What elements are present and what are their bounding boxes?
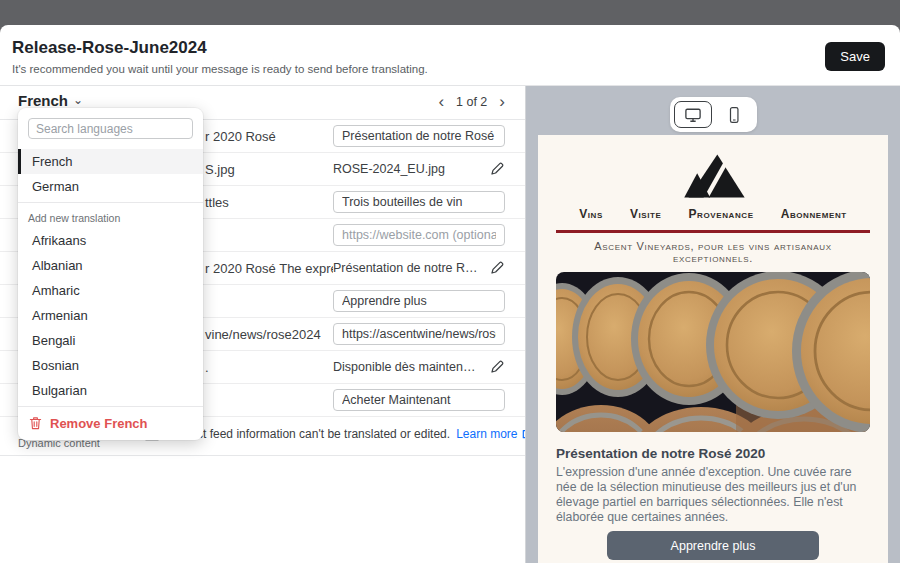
chevron-down-icon: ⌄: [73, 93, 83, 107]
preview-panel: Vins Visite Provenance Abonnement Ascent…: [525, 86, 900, 563]
device-toggle: [670, 97, 757, 132]
search-input[interactable]: [28, 118, 193, 139]
preview-body-text: L'expression d'une année d'exception. Un…: [556, 465, 870, 525]
preview-cta-button[interactable]: Apprendre plus: [607, 531, 819, 560]
wine-barrels-image: [556, 272, 870, 432]
translation-sheet: Release-Rose-June2024 It's recommended y…: [0, 25, 900, 563]
translation-text: Présentation de notre Rosé 2020 L'...: [333, 261, 481, 275]
divider: [18, 406, 203, 407]
translation-text: Disponible dès maintenant...: [333, 360, 481, 374]
top-window-bar: [0, 0, 900, 25]
language-item-bengali[interactable]: Bengali: [18, 328, 203, 353]
translation-input[interactable]: [333, 125, 505, 147]
translation-input[interactable]: [333, 389, 505, 411]
preview-nav: Vins Visite Provenance Abonnement: [556, 207, 870, 221]
language-item-bosnian[interactable]: Bosnian: [18, 353, 203, 378]
mobile-icon: [727, 106, 741, 124]
nav-item-vins[interactable]: Vins: [579, 207, 603, 221]
trash-icon: [29, 416, 42, 430]
nav-item-visite[interactable]: Visite: [630, 207, 662, 221]
language-item-albanian[interactable]: Albanian: [18, 253, 203, 278]
email-preview-card: Vins Visite Provenance Abonnement Ascent…: [538, 135, 888, 563]
remove-french-button[interactable]: Remove French: [18, 410, 203, 436]
translation-input[interactable]: [333, 290, 505, 312]
nav-item-provenance[interactable]: Provenance: [689, 207, 754, 221]
language-item-armenian[interactable]: Armenian: [18, 303, 203, 328]
desktop-icon: [684, 107, 702, 123]
language-item-bulgarian[interactable]: Bulgarian: [18, 378, 203, 403]
page-next-button[interactable]: ›: [499, 93, 505, 111]
translation-url-input[interactable]: [333, 323, 505, 345]
learn-more-link[interactable]: Learn more: [456, 427, 532, 441]
page-header: Release-Rose-June2024 It's recommended y…: [0, 25, 900, 85]
mobile-view-button[interactable]: [715, 101, 753, 128]
current-language-label: French: [18, 92, 68, 109]
translation-text: ROSE-2024_EU.jpg: [333, 162, 481, 176]
language-item-french[interactable]: French: [18, 149, 203, 174]
pagination: ‹ 1 of 2 ›: [438, 93, 505, 111]
product-feed-warning: Product feed information can't be transl…: [145, 427, 533, 441]
page-subtitle: It's recommended you wait until your mes…: [12, 63, 428, 75]
page-indicator: 1 of 2: [456, 95, 487, 109]
main-content: French ⌄ ‹ 1 of 2 › r 2020 Rosé S.jpg: [0, 85, 900, 563]
divider: [18, 202, 203, 203]
edit-pencil-icon[interactable]: [489, 260, 505, 276]
page-title: Release-Rose-June2024: [12, 38, 207, 58]
edit-pencil-icon[interactable]: [489, 161, 505, 177]
add-new-translation-label: Add new translation: [18, 206, 203, 228]
desktop-view-button[interactable]: [674, 101, 712, 128]
save-button[interactable]: Save: [825, 42, 885, 71]
edit-pencil-icon[interactable]: [489, 359, 505, 375]
translation-input[interactable]: [333, 191, 505, 213]
brand-tagline: Ascent Vineyards, pour les vins artisana…: [556, 240, 870, 264]
language-dropdown-button[interactable]: French ⌄: [18, 92, 83, 109]
language-dropdown-menu: French German Add new translation Afrika…: [18, 108, 203, 440]
page-prev-button[interactable]: ‹: [438, 93, 444, 111]
brand-mountain-logo: [675, 153, 751, 199]
nav-item-abonnement[interactable]: Abonnement: [781, 207, 847, 221]
warning-text: Product feed information can't be transl…: [165, 427, 450, 441]
brand-rule: [556, 230, 870, 233]
preview-heading: Présentation de notre Rosé 2020: [556, 446, 870, 461]
translation-panel: French ⌄ ‹ 1 of 2 › r 2020 Rosé S.jpg: [0, 86, 525, 563]
translation-url-input[interactable]: [333, 224, 505, 246]
language-item-german[interactable]: German: [18, 174, 203, 199]
language-item-amharic[interactable]: Amharic: [18, 278, 203, 303]
language-item-afrikaans[interactable]: Afrikaans: [18, 228, 203, 253]
